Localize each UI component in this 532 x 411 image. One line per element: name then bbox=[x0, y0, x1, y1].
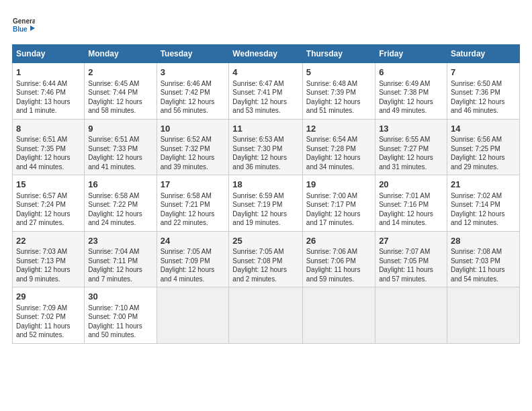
calendar-cell: 28Sunrise: 7:08 AM Sunset: 7:03 PM Dayli… bbox=[447, 231, 519, 287]
calendar-cell: 13Sunrise: 6:55 AM Sunset: 7:27 PM Dayli… bbox=[375, 119, 447, 175]
day-info: Sunrise: 7:09 AM Sunset: 7:02 PM Dayligh… bbox=[16, 304, 81, 340]
calendar-cell bbox=[157, 287, 229, 344]
day-info: Sunrise: 7:08 AM Sunset: 7:03 PM Dayligh… bbox=[451, 247, 516, 283]
calendar-cell: 6Sunrise: 6:49 AM Sunset: 7:38 PM Daylig… bbox=[375, 63, 447, 120]
day-number: 22 bbox=[16, 235, 81, 247]
day-number: 15 bbox=[16, 179, 81, 191]
calendar-cell bbox=[229, 287, 303, 344]
day-number: 27 bbox=[379, 235, 443, 247]
page: General Blue SundayMondayTuesdayWednesda… bbox=[0, 0, 532, 351]
calendar-cell: 27Sunrise: 7:07 AM Sunset: 7:05 PM Dayli… bbox=[375, 231, 447, 287]
day-info: Sunrise: 6:56 AM Sunset: 7:25 PM Dayligh… bbox=[451, 135, 516, 171]
day-info: Sunrise: 6:57 AM Sunset: 7:24 PM Dayligh… bbox=[16, 191, 81, 228]
week-row-5: 29Sunrise: 7:09 AM Sunset: 7:02 PM Dayli… bbox=[13, 287, 520, 344]
day-info: Sunrise: 7:06 AM Sunset: 7:06 PM Dayligh… bbox=[306, 247, 371, 283]
day-info: Sunrise: 6:51 AM Sunset: 7:35 PM Dayligh… bbox=[16, 135, 81, 171]
calendar-cell: 19Sunrise: 7:00 AM Sunset: 7:17 PM Dayli… bbox=[302, 175, 375, 232]
svg-text:General: General bbox=[13, 17, 35, 25]
day-info: Sunrise: 6:59 AM Sunset: 7:19 PM Dayligh… bbox=[232, 191, 299, 228]
weekday-header-wednesday: Wednesday bbox=[229, 45, 303, 63]
day-number: 5 bbox=[306, 66, 371, 79]
calendar-cell: 2Sunrise: 6:45 AM Sunset: 7:44 PM Daylig… bbox=[85, 63, 157, 120]
day-info: Sunrise: 6:51 AM Sunset: 7:33 PM Dayligh… bbox=[88, 135, 152, 171]
svg-text:Blue: Blue bbox=[13, 26, 28, 33]
day-info: Sunrise: 6:49 AM Sunset: 7:38 PM Dayligh… bbox=[379, 79, 443, 116]
calendar-cell: 8Sunrise: 6:51 AM Sunset: 7:35 PM Daylig… bbox=[13, 119, 85, 175]
day-number: 23 bbox=[88, 235, 152, 247]
day-info: Sunrise: 6:58 AM Sunset: 7:21 PM Dayligh… bbox=[161, 191, 226, 228]
day-info: Sunrise: 7:05 AM Sunset: 7:08 PM Dayligh… bbox=[232, 247, 299, 283]
day-info: Sunrise: 7:00 AM Sunset: 7:17 PM Dayligh… bbox=[306, 191, 371, 228]
calendar-cell: 25Sunrise: 7:05 AM Sunset: 7:08 PM Dayli… bbox=[229, 231, 303, 287]
calendar-cell: 18Sunrise: 6:59 AM Sunset: 7:19 PM Dayli… bbox=[229, 175, 303, 232]
logo: General Blue bbox=[12, 15, 35, 38]
calendar-cell: 16Sunrise: 6:58 AM Sunset: 7:22 PM Dayli… bbox=[85, 175, 157, 232]
calendar-cell: 15Sunrise: 6:57 AM Sunset: 7:24 PM Dayli… bbox=[13, 175, 85, 232]
day-info: Sunrise: 6:54 AM Sunset: 7:28 PM Dayligh… bbox=[306, 135, 371, 171]
calendar-cell: 17Sunrise: 6:58 AM Sunset: 7:21 PM Dayli… bbox=[157, 175, 229, 232]
day-info: Sunrise: 7:03 AM Sunset: 7:13 PM Dayligh… bbox=[16, 247, 81, 283]
calendar-cell: 7Sunrise: 6:50 AM Sunset: 7:36 PM Daylig… bbox=[447, 63, 519, 120]
day-info: Sunrise: 7:05 AM Sunset: 7:09 PM Dayligh… bbox=[161, 247, 226, 283]
calendar-cell bbox=[302, 287, 375, 344]
calendar-cell: 4Sunrise: 6:47 AM Sunset: 7:41 PM Daylig… bbox=[229, 63, 303, 120]
calendar-cell: 24Sunrise: 7:05 AM Sunset: 7:09 PM Dayli… bbox=[157, 231, 229, 287]
day-info: Sunrise: 7:07 AM Sunset: 7:05 PM Dayligh… bbox=[379, 247, 443, 283]
calendar-cell: 21Sunrise: 7:02 AM Sunset: 7:14 PM Dayli… bbox=[447, 175, 519, 232]
day-number: 20 bbox=[379, 179, 443, 191]
logo-graphic: General Blue bbox=[12, 15, 35, 38]
day-info: Sunrise: 6:55 AM Sunset: 7:27 PM Dayligh… bbox=[379, 135, 443, 171]
day-info: Sunrise: 6:46 AM Sunset: 7:42 PM Dayligh… bbox=[161, 79, 226, 116]
calendar-cell: 12Sunrise: 6:54 AM Sunset: 7:28 PM Dayli… bbox=[302, 119, 375, 175]
day-number: 4 bbox=[232, 66, 299, 79]
day-number: 16 bbox=[88, 179, 152, 191]
day-number: 1 bbox=[16, 66, 81, 79]
weekday-header-tuesday: Tuesday bbox=[157, 45, 229, 63]
day-number: 7 bbox=[451, 66, 516, 79]
calendar-cell: 9Sunrise: 6:51 AM Sunset: 7:33 PM Daylig… bbox=[85, 119, 157, 175]
day-number: 17 bbox=[161, 179, 226, 191]
day-info: Sunrise: 7:01 AM Sunset: 7:16 PM Dayligh… bbox=[379, 191, 443, 228]
day-number: 2 bbox=[88, 66, 152, 79]
day-number: 9 bbox=[88, 123, 152, 135]
day-info: Sunrise: 6:47 AM Sunset: 7:41 PM Dayligh… bbox=[232, 79, 299, 116]
calendar-cell: 22Sunrise: 7:03 AM Sunset: 7:13 PM Dayli… bbox=[13, 231, 85, 287]
week-row-1: 1Sunrise: 6:44 AM Sunset: 7:46 PM Daylig… bbox=[13, 63, 520, 120]
weekday-header-thursday: Thursday bbox=[302, 45, 375, 63]
day-number: 13 bbox=[379, 123, 443, 135]
header: General Blue bbox=[12, 12, 520, 38]
day-number: 8 bbox=[16, 123, 81, 135]
calendar-cell: 30Sunrise: 7:10 AM Sunset: 7:00 PM Dayli… bbox=[85, 287, 157, 344]
day-info: Sunrise: 6:50 AM Sunset: 7:36 PM Dayligh… bbox=[451, 79, 516, 116]
day-info: Sunrise: 7:02 AM Sunset: 7:14 PM Dayligh… bbox=[451, 191, 516, 228]
day-info: Sunrise: 6:44 AM Sunset: 7:46 PM Dayligh… bbox=[16, 79, 81, 116]
week-row-4: 22Sunrise: 7:03 AM Sunset: 7:13 PM Dayli… bbox=[13, 231, 520, 287]
calendar-cell: 10Sunrise: 6:52 AM Sunset: 7:32 PM Dayli… bbox=[157, 119, 229, 175]
calendar-cell: 23Sunrise: 7:04 AM Sunset: 7:11 PM Dayli… bbox=[85, 231, 157, 287]
calendar-cell: 26Sunrise: 7:06 AM Sunset: 7:06 PM Dayli… bbox=[302, 231, 375, 287]
day-info: Sunrise: 7:04 AM Sunset: 7:11 PM Dayligh… bbox=[88, 247, 152, 283]
day-number: 28 bbox=[451, 235, 516, 247]
day-number: 10 bbox=[161, 123, 226, 135]
day-number: 26 bbox=[306, 235, 371, 247]
calendar-table: SundayMondayTuesdayWednesdayThursdayFrid… bbox=[12, 44, 520, 344]
day-number: 30 bbox=[88, 291, 152, 303]
day-info: Sunrise: 6:45 AM Sunset: 7:44 PM Dayligh… bbox=[88, 79, 152, 116]
calendar-body: 1Sunrise: 6:44 AM Sunset: 7:46 PM Daylig… bbox=[13, 63, 520, 344]
day-number: 24 bbox=[161, 235, 226, 247]
calendar-cell: 11Sunrise: 6:53 AM Sunset: 7:30 PM Dayli… bbox=[229, 119, 303, 175]
weekday-header-friday: Friday bbox=[375, 45, 447, 63]
calendar-header: SundayMondayTuesdayWednesdayThursdayFrid… bbox=[13, 45, 520, 63]
day-info: Sunrise: 6:48 AM Sunset: 7:39 PM Dayligh… bbox=[306, 79, 371, 116]
week-row-2: 8Sunrise: 6:51 AM Sunset: 7:35 PM Daylig… bbox=[13, 119, 520, 175]
calendar-cell: 1Sunrise: 6:44 AM Sunset: 7:46 PM Daylig… bbox=[13, 63, 85, 120]
calendar-cell: 29Sunrise: 7:09 AM Sunset: 7:02 PM Dayli… bbox=[13, 287, 85, 344]
day-number: 29 bbox=[16, 291, 81, 303]
day-number: 18 bbox=[232, 179, 299, 191]
weekday-header-saturday: Saturday bbox=[447, 45, 519, 63]
weekday-header-sunday: Sunday bbox=[13, 45, 85, 63]
calendar-cell bbox=[375, 287, 447, 344]
day-info: Sunrise: 6:53 AM Sunset: 7:30 PM Dayligh… bbox=[232, 135, 299, 171]
day-info: Sunrise: 7:10 AM Sunset: 7:00 PM Dayligh… bbox=[88, 304, 152, 340]
day-info: Sunrise: 6:58 AM Sunset: 7:22 PM Dayligh… bbox=[88, 191, 152, 228]
